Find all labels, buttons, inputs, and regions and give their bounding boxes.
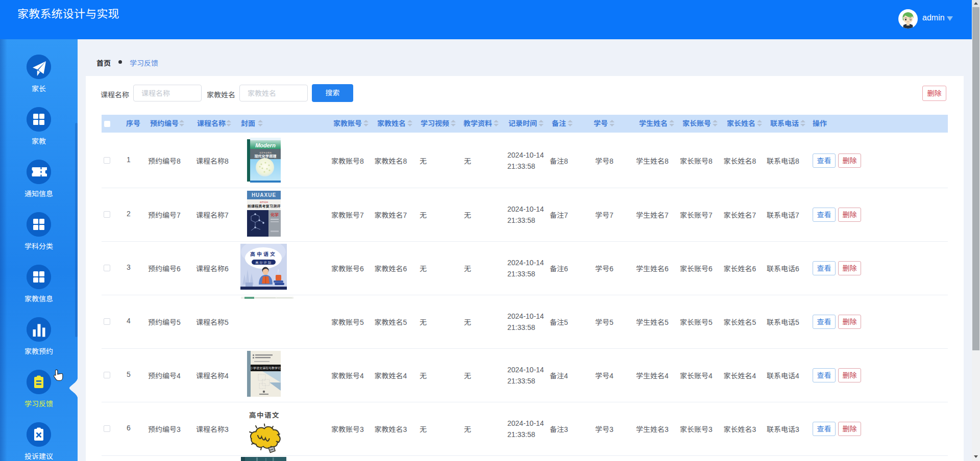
svg-text:高分计划: 高分计划 <box>255 261 272 264</box>
svg-text:化学: 化学 <box>271 213 279 217</box>
svg-text:·高中适用·: ·高中适用· <box>259 201 269 203</box>
svg-text:小学语文课程与教学论: 小学语文课程与教学论 <box>250 366 281 370</box>
svg-text:高中语文: 高中语文 <box>250 251 277 257</box>
svg-text:Modern: Modern <box>255 142 276 148</box>
svg-text:HUAXUE: HUAXUE <box>252 192 276 198</box>
svg-text:高中语文: 高中语文 <box>249 412 280 419</box>
svg-text:新课程高考复习测评: 新课程高考复习测评 <box>248 204 281 209</box>
svg-text:现代化学原理: 现代化学原理 <box>254 154 276 159</box>
